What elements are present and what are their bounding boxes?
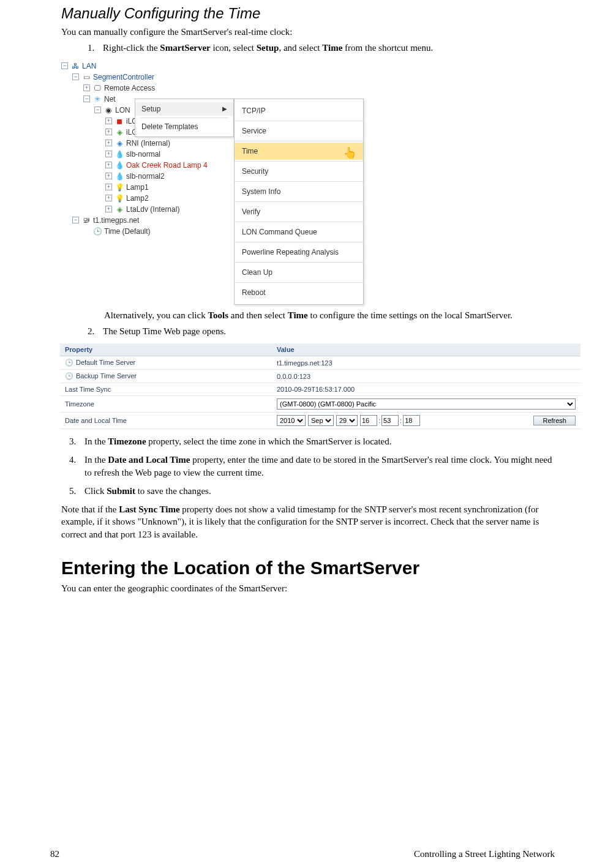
tree-node-lamp2[interactable]: Lamp2 [126, 192, 149, 204]
menu-item-service[interactable]: Service [235, 122, 363, 140]
tree-node-net[interactable]: Net [104, 93, 116, 105]
tree-view[interactable]: −🖧LAN −▭SegmentController +🖵Remote Acces… [61, 61, 208, 237]
tree-expand-icon[interactable]: + [105, 206, 112, 212]
tree-collapse-icon[interactable]: − [72, 217, 79, 223]
tree-expand-icon[interactable]: + [105, 173, 112, 179]
clock-icon: 🕒 [65, 372, 73, 380]
tree-node-remote-access[interactable]: Remote Access [104, 82, 155, 94]
diamond-icon: ◈ [115, 205, 124, 214]
context-menu-primary[interactable]: Setup ▶ Delete Templates [135, 99, 234, 137]
figure-tree-context-menu: −🖧LAN −▭SegmentController +🖵Remote Acces… [61, 61, 374, 305]
table-header-property: Property [60, 343, 272, 356]
tree-expand-icon[interactable]: + [105, 129, 112, 135]
minute-input[interactable] [381, 415, 399, 426]
page-number: 82 [50, 849, 59, 859]
note-paragraph: Note that if the Last Sync Time property… [61, 503, 555, 541]
menu-item-verify[interactable]: Verify [235, 203, 363, 220]
cursor-hand-icon: 👆 [343, 146, 356, 160]
tree-node-segmentcontroller[interactable]: SegmentController [93, 71, 154, 83]
menu-separator [235, 181, 363, 182]
chapter-title: Controlling a Street Lighting Network [414, 849, 555, 859]
year-select[interactable]: 2010 [277, 415, 306, 426]
menu-item-security[interactable]: Security [235, 163, 363, 180]
step-4: In the Date and Local Time property, ent… [78, 454, 555, 479]
second-input[interactable] [403, 415, 420, 426]
tree-node-ltaldv[interactable]: LtaLdv (Internal) [126, 203, 179, 215]
tree-node-slb-normal[interactable]: slb-normal [126, 148, 160, 160]
step-2: The Setup Time Web page opens. [97, 325, 555, 337]
context-menu-setup-submenu[interactable]: TCP/IP Service Time Security System Info… [234, 99, 364, 305]
lamp-icon: 💡 [115, 183, 124, 192]
subsection-heading: Manually Configuring the Time [61, 5, 555, 22]
table-row-backup-time-server: 🕒Backup Time Server 0.0.0.0:123 [60, 370, 580, 383]
menu-item-reboot[interactable]: Reboot [235, 284, 363, 301]
menu-item-system-info[interactable]: System Info [235, 183, 363, 200]
menu-item-delete-templates[interactable]: Delete Templates [135, 120, 233, 133]
bold-smartserver: SmartServer [160, 43, 210, 53]
intro-text: You can manually configure the SmartServ… [61, 26, 555, 38]
lamp-icon: 💡 [115, 194, 124, 203]
tree-node-slb-normal2[interactable]: slb-normal2 [126, 170, 165, 182]
menu-separator [235, 242, 363, 242]
tree-node-rni[interactable]: RNI (Internal) [126, 137, 170, 149]
tree-expand-icon[interactable]: + [105, 118, 112, 124]
hour-input[interactable] [360, 415, 377, 426]
menu-item-tcpip[interactable]: TCP/IP [235, 102, 363, 119]
menu-item-lon-command-queue[interactable]: LON Command Queue [235, 223, 363, 241]
host-icon: 🖳 [81, 216, 91, 225]
tree-node-time-default[interactable]: Time (Default) [104, 225, 151, 238]
tree-expand-icon[interactable]: + [105, 162, 112, 168]
menu-separator [235, 222, 363, 222]
lon-icon: ◉ [103, 106, 113, 114]
section-heading: Entering the Location of the SmartServer [61, 558, 555, 578]
menu-separator [140, 118, 228, 118]
timezone-select[interactable]: (GMT-0800) (GMT-0800) Pacific [277, 398, 576, 410]
table-row-default-time-server: 🕒Default Time Server t1.timegps.net:123 [60, 356, 580, 370]
tree-expand-icon[interactable]: + [105, 195, 112, 201]
table-header-value: Value [272, 343, 580, 356]
refresh-button[interactable]: Refresh [533, 416, 576, 425]
steps-list: Right-click the SmartServer icon, select… [80, 42, 555, 54]
menu-separator [235, 121, 363, 121]
menu-item-clean-up[interactable]: Clean Up [235, 264, 363, 281]
tree-expand-icon[interactable]: + [105, 151, 112, 157]
page-footer: 82 Controlling a Street Lighting Network [50, 849, 555, 859]
drop-icon: 💧 [115, 172, 124, 181]
lan-icon: 🖧 [70, 62, 80, 70]
tree-node-t1-timegps[interactable]: t1.timegps.net [93, 214, 139, 226]
tree-expand-icon[interactable]: + [105, 184, 112, 190]
device-icon: ◼ [115, 117, 124, 125]
menu-item-setup[interactable]: Setup ▶ [135, 102, 233, 116]
day-select[interactable]: 29 [336, 415, 358, 426]
steps-list-cont2: In the Timezone property, select the tim… [61, 435, 555, 497]
menu-item-powerline[interactable]: Powerline Repeating Analysis [235, 244, 363, 261]
tree-node-lan[interactable]: LAN [82, 60, 96, 72]
clock-icon: 🕒 [65, 359, 73, 367]
menu-separator [235, 262, 363, 263]
month-select[interactable]: Sep [308, 415, 334, 426]
location-intro: You can enter the geographic coordinates… [61, 582, 555, 594]
menu-separator [235, 201, 363, 202]
tree-collapse-icon[interactable]: − [94, 107, 101, 113]
tree-node-oak-creek[interactable]: Oak Creek Road Lamp 4 [126, 159, 208, 171]
tree-collapse-icon[interactable]: − [83, 95, 90, 102]
step-1-alternative: Alternatively, you can click Tools and t… [104, 309, 555, 321]
segment-controller-icon: ▭ [81, 73, 91, 81]
steps-list-cont1: The Setup Time Web page opens. [80, 325, 555, 337]
tree-collapse-icon[interactable]: − [72, 73, 79, 80]
tree-expand-icon[interactable]: + [105, 140, 112, 146]
tree-node-lamp1[interactable]: Lamp1 [126, 181, 149, 193]
tree-node-lon[interactable]: LON [115, 104, 130, 116]
submenu-arrow-icon: ▶ [222, 105, 227, 112]
tree-expand-icon[interactable]: + [83, 84, 90, 91]
drop-icon: 💧 [115, 161, 124, 170]
clock-icon: 🕒 [92, 227, 102, 236]
step-3: In the Timezone property, select the tim… [78, 435, 555, 447]
net-icon: ✳ [92, 95, 102, 103]
menu-separator [235, 161, 363, 162]
table-row-date-local-time: Date and Local Time 2010 Sep 29 : : [60, 413, 580, 429]
bold-time: Time [322, 43, 342, 53]
figure-setup-time-table: Property Value 🕒Default Time Server t1.t… [60, 343, 580, 429]
tree-collapse-icon[interactable]: − [61, 62, 68, 69]
bold-setup: Setup [257, 43, 279, 53]
